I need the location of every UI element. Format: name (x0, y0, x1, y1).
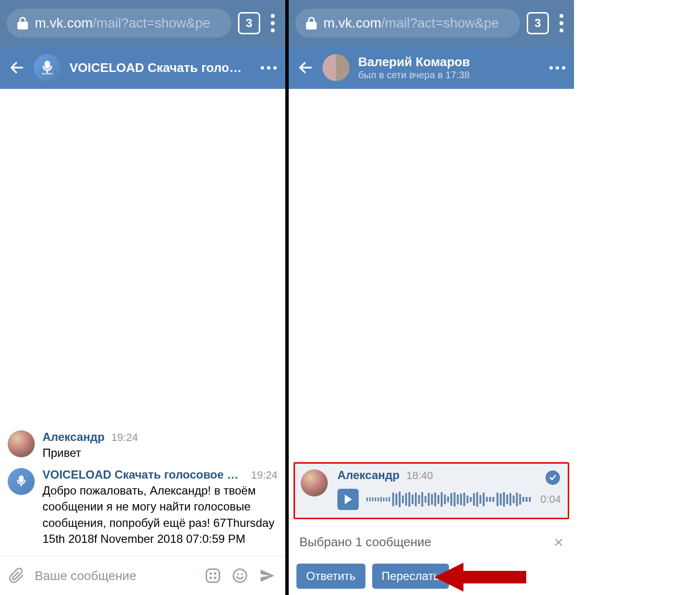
message-sender[interactable]: Александр (337, 468, 400, 482)
svg-rect-25 (415, 493, 417, 506)
svg-rect-48 (489, 497, 491, 502)
message-time: 19:24 (112, 431, 138, 444)
svg-rect-55 (513, 496, 515, 503)
voice-message-selected[interactable]: Александр 18:40 (294, 462, 569, 519)
svg-rect-14 (380, 497, 382, 502)
blank-area (574, 0, 700, 595)
svg-rect-40 (463, 493, 465, 506)
browser-chrome: m.vk.com/mail?act=show&pe 3 (0, 0, 285, 46)
lock-icon (17, 17, 28, 29)
svg-rect-39 (460, 494, 462, 505)
url-bar[interactable]: m.vk.com/mail?act=show&pe (295, 9, 520, 38)
message-input[interactable]: Ваше сообщение (35, 568, 195, 583)
svg-rect-22 (405, 493, 407, 506)
url-text: m.vk.com/mail?act=show&pe (323, 15, 499, 31)
play-button[interactable] (337, 489, 359, 510)
svg-point-5 (214, 577, 216, 579)
svg-rect-35 (447, 496, 449, 502)
svg-rect-32 (437, 495, 439, 504)
svg-rect-49 (492, 497, 494, 502)
svg-rect-36 (450, 493, 452, 506)
svg-rect-43 (473, 493, 475, 506)
avatar[interactable] (301, 469, 328, 496)
svg-rect-28 (424, 496, 426, 503)
svg-rect-26 (418, 495, 420, 504)
svg-rect-57 (519, 494, 521, 505)
svg-rect-23 (408, 492, 410, 507)
reply-button[interactable]: Ответить (296, 564, 365, 589)
svg-point-6 (234, 569, 247, 582)
waveform[interactable] (366, 491, 532, 508)
message-time: 18:40 (406, 469, 433, 482)
svg-rect-24 (412, 495, 414, 504)
svg-rect-0 (42, 73, 53, 74)
svg-point-8 (241, 573, 243, 575)
message-item[interactable]: Александр 19:24 Привет (8, 430, 278, 461)
svg-rect-44 (476, 492, 478, 507)
composer: Ваше сообщение (0, 556, 285, 595)
browser-menu-button[interactable] (556, 14, 567, 32)
svg-rect-16 (386, 497, 387, 501)
svg-rect-27 (421, 492, 423, 507)
message-text: Привет (42, 445, 278, 461)
chat-body[interactable]: Александр 18:40 (289, 89, 574, 526)
chat-avatar[interactable] (34, 54, 61, 81)
browser-menu-button[interactable] (267, 14, 279, 32)
svg-rect-15 (383, 497, 384, 501)
svg-rect-60 (529, 497, 531, 502)
attach-icon[interactable] (9, 567, 25, 584)
url-bar[interactable]: m.vk.com/mail?act=show&pe (7, 9, 231, 38)
emoji-icon[interactable] (231, 567, 249, 584)
svg-rect-56 (516, 493, 518, 506)
svg-rect-9 (366, 497, 368, 501)
sticker-icon[interactable] (204, 567, 222, 584)
svg-rect-33 (441, 492, 443, 507)
close-icon[interactable]: × (554, 534, 563, 550)
chat-header: VOICELOAD Скачать голо… (0, 46, 285, 89)
chat-subtitle: был в сети вчера в 17:38 (358, 70, 541, 81)
svg-rect-54 (509, 493, 511, 506)
svg-rect-45 (479, 495, 481, 504)
tabs-button[interactable]: 3 (238, 12, 260, 34)
tabs-button[interactable]: 3 (527, 12, 549, 34)
selection-status: Выбрано 1 сообщение (299, 535, 554, 550)
chat-header: Валерий Комаров был в сети вчера в 17:38 (289, 46, 574, 89)
message-text: Добро пожаловать, Александр! в твоём соо… (42, 482, 278, 547)
back-icon[interactable] (9, 59, 25, 76)
svg-rect-13 (378, 497, 379, 501)
svg-rect-58 (522, 497, 524, 502)
svg-rect-29 (428, 493, 430, 506)
svg-point-2 (210, 572, 212, 575)
chat-body[interactable]: Александр 19:24 Привет VOICELOAD Скачать… (0, 89, 285, 556)
svg-rect-20 (399, 492, 401, 507)
svg-rect-17 (389, 497, 390, 502)
back-icon[interactable] (297, 59, 314, 76)
message-time: 19:24 (251, 469, 278, 482)
chat-title[interactable]: VOICELOAD Скачать голо… (70, 60, 252, 75)
avatar[interactable] (8, 430, 35, 457)
url-text: m.vk.com/mail?act=show&pe (35, 15, 210, 31)
chat-title[interactable]: Валерий Комаров (358, 55, 541, 70)
message-sender[interactable]: Александр (42, 430, 105, 444)
lock-icon (306, 17, 317, 29)
message-item[interactable]: VOICELOAD Скачать голосовое с… 19:24 Доб… (8, 468, 278, 547)
svg-rect-46 (483, 493, 485, 506)
svg-rect-10 (369, 497, 371, 501)
svg-rect-50 (497, 493, 499, 506)
svg-rect-34 (444, 495, 446, 504)
chat-avatar[interactable] (322, 54, 350, 81)
svg-point-4 (210, 577, 212, 579)
phone-right: m.vk.com/mail?act=show&pe 3 Валерий Кома… (289, 0, 574, 595)
chat-menu-button[interactable] (549, 66, 565, 70)
selection-bar: Выбрано 1 сообщение × Ответить Переслать (289, 526, 574, 595)
svg-rect-59 (526, 497, 528, 502)
svg-rect-1 (207, 569, 220, 582)
svg-rect-53 (506, 495, 508, 504)
svg-rect-42 (470, 497, 472, 502)
svg-rect-30 (431, 494, 433, 505)
chat-menu-button[interactable] (261, 66, 277, 70)
send-icon[interactable] (258, 567, 277, 585)
avatar[interactable] (8, 468, 35, 495)
svg-rect-51 (500, 494, 502, 505)
message-sender[interactable]: VOICELOAD Скачать голосовое с… (42, 468, 244, 482)
